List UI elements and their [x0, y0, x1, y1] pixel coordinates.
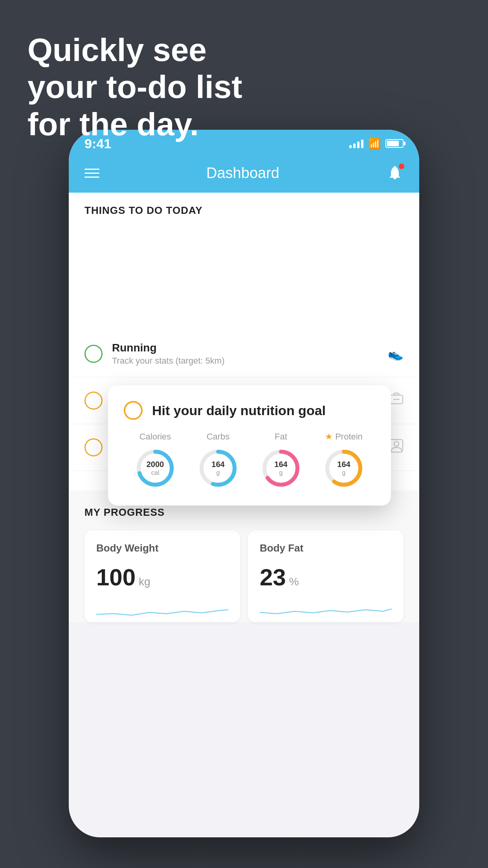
nutrition-card: Hit your daily nutrition goal Calories 2… — [108, 385, 391, 506]
nutrition-card-title: Hit your daily nutrition goal — [152, 403, 326, 418]
body-weight-value: 100 kg — [96, 564, 228, 591]
hamburger-button[interactable] — [84, 169, 99, 178]
status-icons: 📶 — [349, 138, 404, 150]
todo-circle-photos — [84, 438, 103, 456]
phone-frame: 9:41 📶 Dashboard THINGS TO DO — [69, 130, 419, 837]
protein-label: ★ Protein — [325, 432, 363, 442]
body-weight-chart — [96, 599, 228, 622]
body-weight-unit: kg — [139, 576, 150, 588]
things-todo-title: THINGS TO DO TODAY — [84, 204, 203, 216]
nutrition-carbs: Carbs 164 g — [196, 432, 240, 490]
todo-title-running: Running — [112, 342, 378, 354]
nav-bar: Dashboard — [69, 157, 419, 193]
fat-label: Fat — [275, 432, 287, 442]
carbs-label: Carbs — [207, 432, 230, 442]
protein-donut: 164 g — [322, 447, 365, 490]
protein-value: 164 g — [337, 460, 350, 476]
hero-text: Quickly see your to-do list for the day. — [28, 31, 242, 143]
progress-cards: Body Weight 100 kg Body Fat 23 — [84, 530, 404, 622]
progress-header: MY PROGRESS — [84, 506, 404, 519]
svg-point-12 — [394, 441, 399, 446]
wifi-icon: 📶 — [368, 138, 381, 150]
person-icon — [389, 439, 404, 456]
fat-donut: 164 g — [259, 447, 303, 490]
svg-rect-9 — [394, 393, 399, 395]
todo-circle-body-stats — [84, 392, 103, 410]
body-fat-card[interactable]: Body Fat 23 % — [248, 530, 404, 622]
signal-icon — [349, 139, 363, 148]
nutrition-row: Calories 2000 cal Carbs — [124, 432, 375, 490]
body-fat-value: 23 % — [260, 564, 392, 591]
shoe-icon: 👟 — [388, 346, 404, 361]
notification-dot — [399, 164, 404, 169]
body-fat-unit: % — [289, 576, 299, 588]
carbs-donut: 164 g — [196, 447, 240, 490]
nutrition-card-header: Hit your daily nutrition goal — [124, 401, 375, 420]
carbs-value: 164 g — [211, 460, 224, 476]
nav-title: Dashboard — [206, 165, 279, 182]
todo-subtitle-running: Track your stats (target: 5km) — [112, 356, 378, 366]
protein-star-icon: ★ — [325, 432, 333, 442]
body-weight-card[interactable]: Body Weight 100 kg — [84, 530, 240, 622]
nutrition-fat: Fat 164 g — [259, 432, 303, 490]
battery-icon — [385, 139, 404, 148]
todo-item-running[interactable]: Running Track your stats (target: 5km) 👟 — [69, 331, 419, 377]
nutrition-protein: ★ Protein 164 g — [322, 432, 365, 490]
fat-value: 164 g — [274, 460, 287, 476]
calories-donut: 2000 cal — [134, 447, 177, 490]
todo-text-running: Running Track your stats (target: 5km) — [112, 342, 378, 366]
body-fat-chart — [260, 599, 392, 622]
calories-label: Calories — [139, 432, 171, 442]
body-fat-title: Body Fat — [260, 542, 392, 554]
calories-value: 2000 cal — [147, 460, 164, 476]
body-weight-title: Body Weight — [96, 542, 228, 554]
nutrition-calories: Calories 2000 cal — [134, 432, 177, 490]
progress-section: MY PROGRESS Body Weight 100 kg — [69, 491, 419, 622]
things-todo-header: THINGS TO DO TODAY — [69, 193, 419, 224]
todo-circle-running — [84, 345, 103, 363]
nutrition-circle-indicator — [124, 401, 143, 420]
scale-icon — [389, 392, 404, 409]
notification-bell-button[interactable] — [386, 164, 404, 182]
